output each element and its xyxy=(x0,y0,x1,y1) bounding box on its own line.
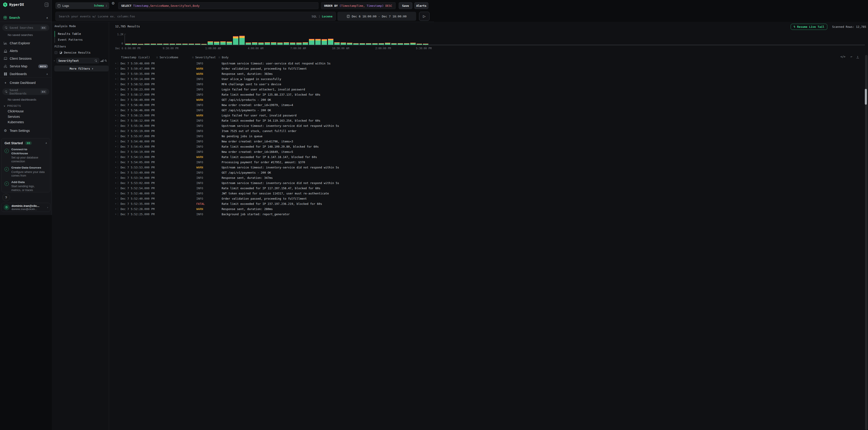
more-filters-button[interactable]: More filters ∨ xyxy=(54,66,108,71)
table-row[interactable]: ›Dec 7 5:58:52.000 PMINFOMFA challenge s… xyxy=(109,81,434,87)
histogram-bar[interactable] xyxy=(315,39,321,45)
severity-filter-field[interactable]: SeverityText xyxy=(56,58,99,63)
histogram-bar[interactable] xyxy=(334,42,340,45)
table-row[interactable]: ›Dec 7 5:53:02.000 PMINFOUpstream servic… xyxy=(109,180,434,186)
sidebar-item-dashboards[interactable]: Dashboards ∧ xyxy=(0,70,52,78)
histogram-bar[interactable] xyxy=(125,44,131,45)
table-row[interactable]: ›Dec 7 5:56:48.000 PMINFONew order creat… xyxy=(109,102,434,108)
lucene-toggle[interactable]: Lucene xyxy=(322,15,333,18)
chevron-up-icon[interactable]: ∧ xyxy=(45,142,47,144)
presets-header[interactable]: ∨ PRESETS xyxy=(0,103,52,108)
expand-row-icon[interactable]: › xyxy=(115,81,117,87)
saved-searches-input[interactable]: Saved Searches ⌘K xyxy=(2,25,49,31)
table-row[interactable]: ›Dec 7 5:59:35.000 PMWARNResponse sent, … xyxy=(109,71,434,76)
expand-row-icon[interactable]: › xyxy=(115,123,117,128)
preset-services[interactable]: Services xyxy=(0,114,52,119)
drag-handle-icon[interactable]: ∷ xyxy=(192,56,194,59)
app-logo[interactable]: ϟ HyperDX xyxy=(3,2,24,7)
histogram-bar[interactable] xyxy=(169,44,175,45)
histogram-bar[interactable] xyxy=(296,42,302,45)
expand-row-icon[interactable]: › xyxy=(115,134,117,139)
get-started-item-add-data[interactable]: ✓ Add Data Start sending logs, metrics, … xyxy=(4,180,47,192)
column-header-severitytext[interactable]: ∷ SeverityText xyxy=(192,56,216,59)
source-settings-gear-icon[interactable]: ⚙ xyxy=(112,1,115,5)
help-button[interactable]: ? xyxy=(2,194,10,201)
sidebar-item-alerts[interactable]: Alerts xyxy=(0,47,52,55)
expand-row-icon[interactable]: › xyxy=(115,160,117,165)
sidebar-item-service-map[interactable]: Service Map BETA xyxy=(0,62,52,70)
table-row[interactable]: ›Dec 7 5:54:05.000 PMINFOProcessing paym… xyxy=(109,160,434,165)
histogram-bar[interactable] xyxy=(258,42,264,45)
column-header-servicename[interactable]: ∷ ServiceName xyxy=(156,56,178,59)
histogram-bar[interactable] xyxy=(404,43,409,45)
histogram-bar[interactable] xyxy=(360,43,365,45)
expand-row-icon[interactable]: › xyxy=(115,201,117,206)
table-row[interactable]: ›Dec 7 5:53:34.000 PMINFOResponse sent, … xyxy=(109,175,434,180)
histogram-bar[interactable] xyxy=(309,39,314,45)
histogram-bar[interactable] xyxy=(416,44,422,45)
histogram-bar[interactable] xyxy=(220,41,226,45)
histogram-plot[interactable] xyxy=(125,34,434,45)
expand-row-icon[interactable]: › xyxy=(115,155,117,160)
expand-row-icon[interactable]: › xyxy=(115,71,117,76)
preset-kubernetes[interactable]: Kubernetes xyxy=(0,119,52,125)
histogram-bar[interactable] xyxy=(195,44,200,45)
drag-handle-icon[interactable]: ∷ xyxy=(218,56,220,59)
histogram-bar[interactable] xyxy=(321,39,327,45)
histogram-bar[interactable] xyxy=(239,36,245,45)
mode-results-table[interactable]: Results Table xyxy=(55,31,106,37)
expand-row-icon[interactable]: › xyxy=(115,211,117,215)
histogram-bar[interactable] xyxy=(385,43,390,45)
histogram-bar[interactable] xyxy=(157,44,162,45)
expand-row-icon[interactable]: › xyxy=(115,144,117,149)
expand-row-icon[interactable]: › xyxy=(115,102,117,108)
events-histogram[interactable]: 1.2K 0 Dec 6 6:00:00 PM9:30:00 PM1:00:00… xyxy=(109,33,434,49)
table-row[interactable]: ›Dec 7 5:54:48.000 PMINFONew order creat… xyxy=(109,139,434,144)
histogram-bar[interactable] xyxy=(290,42,296,45)
expand-row-icon[interactable]: › xyxy=(115,87,117,92)
histogram-bar[interactable] xyxy=(341,42,346,45)
get-started-item-connect[interactable]: ✓ Connect to ClickHouse Set up your data… xyxy=(4,147,47,163)
expand-row-icon[interactable]: › xyxy=(115,175,117,180)
histogram-bar[interactable] xyxy=(208,41,213,45)
histogram-bar[interactable] xyxy=(366,43,371,45)
histogram-bar[interactable] xyxy=(182,44,188,45)
table-row[interactable]: ›Dec 7 5:54:13.000 PMWARNRate limit exce… xyxy=(109,155,434,160)
expand-row-icon[interactable]: › xyxy=(115,61,117,66)
sidebar-section-search[interactable]: Search ∧ xyxy=(0,14,52,21)
order-by-input[interactable]: ORDER BY (TimestampTime, Timestamp) DESC xyxy=(321,2,396,9)
mode-event-patterns[interactable]: Event Patterns xyxy=(55,37,106,43)
table-row[interactable]: ›Dec 7 5:54:19.000 PMINFONew order creat… xyxy=(109,149,434,155)
sidebar-item-chart-explorer[interactable]: Chart Explorer xyxy=(0,39,52,47)
expand-row-icon[interactable]: › xyxy=(115,186,117,191)
saved-dashboards-input[interactable]: Saved Dashboards ⌘K xyxy=(2,89,49,95)
histogram-bar[interactable] xyxy=(284,42,289,45)
chevron-up-icon[interactable]: ∧ xyxy=(46,16,48,19)
table-row[interactable]: ›Dec 7 5:55:38.000 PMINFOUpstream servic… xyxy=(109,123,434,128)
drag-handle-icon[interactable]: ∷ xyxy=(156,56,158,59)
expand-row-icon[interactable]: › xyxy=(115,165,117,170)
table-row[interactable]: ›Dec 7 5:52:25.000 PMINFOBackground job … xyxy=(109,211,434,215)
expand-row-icon[interactable]: › xyxy=(115,76,117,81)
histogram-bar[interactable] xyxy=(227,42,232,45)
get-started-item-sources[interactable]: ✓ Create Data Sources Configure where yo… xyxy=(4,166,47,178)
table-row[interactable]: ›Dec 7 5:56:46.000 PMINFOGET /api/v1/pay… xyxy=(109,108,434,113)
sql-toggle[interactable]: SQL xyxy=(312,15,317,18)
table-row[interactable]: ›Dec 7 5:52:28.000 PMWARNResponse sent, … xyxy=(109,206,434,211)
table-row[interactable]: ›Dec 7 5:56:49.000 PMWARNGET /api/v1/pro… xyxy=(109,97,434,102)
event-search-input[interactable]: Search your events w/ Lucene ex. column:… xyxy=(55,12,336,21)
table-row[interactable]: ›Dec 7 5:56:12.000 PMINFORate limit exce… xyxy=(109,118,434,123)
histogram-bar[interactable] xyxy=(189,44,194,45)
table-row[interactable]: ›Dec 7 5:52:54.000 PMINFORate limit exce… xyxy=(109,186,434,191)
histogram-bar[interactable] xyxy=(277,42,283,45)
expand-row-icon[interactable]: › xyxy=(115,108,117,113)
chevron-up-icon[interactable]: ∧ xyxy=(46,73,48,75)
table-row[interactable]: ›Dec 7 5:52:46.000 PMINFOJWT token expir… xyxy=(109,191,434,196)
expand-row-icon[interactable]: › xyxy=(115,170,117,175)
expand-row-icon[interactable]: › xyxy=(115,97,117,102)
select-query-input[interactable]: SELECT Timestamp,ServiceName,SeverityTex… xyxy=(118,2,318,9)
column-header-body[interactable]: ∷ Body xyxy=(218,56,229,59)
histogram-bar[interactable] xyxy=(391,43,397,45)
table-row[interactable]: ›Dec 7 5:56:15.000 PMWARNLogin failed fo… xyxy=(109,113,434,118)
table-row[interactable]: ›Dec 7 5:55:07.000 PMINFONo pending jobs… xyxy=(109,134,434,139)
